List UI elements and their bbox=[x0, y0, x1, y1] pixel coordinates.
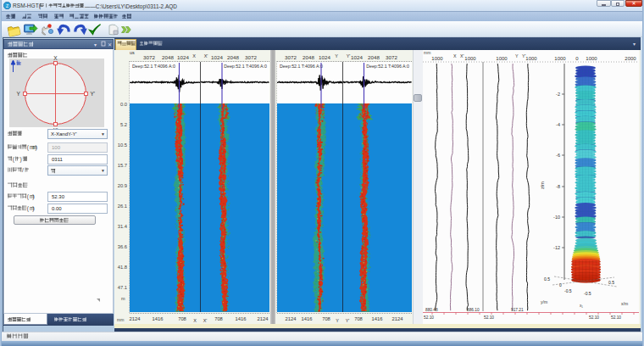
svg-text:41.8: 41.8 bbox=[118, 265, 127, 270]
svg-text:0.5: 0.5 bbox=[544, 276, 550, 282]
svg-text:5.2: 5.2 bbox=[120, 122, 127, 127]
svg-text:10.5: 10.5 bbox=[118, 142, 127, 148]
svg-text:52.10: 52.10 bbox=[611, 315, 621, 320]
svg-text:2048: 2048 bbox=[368, 54, 380, 60]
svg-text:1416: 1416 bbox=[302, 316, 313, 321]
svg-text:▾: ▾ bbox=[94, 42, 97, 47]
svg-text:X': X' bbox=[203, 318, 208, 323]
svg-text:886.10: 886.10 bbox=[467, 308, 480, 312]
svg-text:47.1: 47.1 bbox=[118, 285, 127, 290]
svg-text:880.48: 880.48 bbox=[425, 308, 438, 312]
svg-text:X': X' bbox=[204, 53, 208, 59]
svg-text:Deep:52.1 T:4096 A:0: Deep:52.1 T:4096 A:0 bbox=[224, 64, 267, 69]
svg-text:708: 708 bbox=[178, 316, 186, 321]
svg-text:-4: -4 bbox=[556, 122, 560, 127]
svg-text:-12: -12 bbox=[553, 245, 560, 250]
svg-text:): ) bbox=[32, 193, 34, 200]
svg-text:): ) bbox=[20, 156, 22, 163]
svg-text:-8: -8 bbox=[556, 184, 560, 189]
svg-text:52.10: 52.10 bbox=[484, 315, 494, 320]
svg-text:708: 708 bbox=[322, 316, 330, 321]
svg-text:0: 0 bbox=[559, 282, 562, 287]
svg-text:Y': Y' bbox=[91, 91, 96, 97]
svg-text:3072: 3072 bbox=[245, 54, 257, 60]
svg-text:): ) bbox=[36, 144, 37, 151]
svg-text:Deep:52.1 T:4096 A:0: Deep:52.1 T:4096 A:0 bbox=[366, 64, 409, 69]
svg-text:X: X bbox=[453, 53, 457, 59]
svg-text:1024: 1024 bbox=[211, 54, 223, 60]
svg-text:36.6: 36.6 bbox=[118, 244, 127, 249]
svg-text:Y': Y' bbox=[522, 53, 526, 59]
svg-text:): ) bbox=[32, 205, 34, 212]
svg-text:Y': Y' bbox=[346, 318, 350, 323]
svg-text:708: 708 bbox=[214, 316, 223, 321]
svg-text:708: 708 bbox=[354, 316, 363, 321]
svg-text:✕: ✕ bbox=[108, 42, 112, 47]
svg-text:(: ( bbox=[13, 156, 15, 163]
svg-text:1000: 1000 bbox=[496, 56, 508, 61]
svg-text:X: X bbox=[192, 53, 196, 59]
svg-text:-0.5: -0.5 bbox=[564, 288, 572, 293]
svg-text:1416: 1416 bbox=[153, 316, 164, 321]
svg-text:/: / bbox=[22, 167, 24, 173]
svg-text:31.4: 31.4 bbox=[118, 224, 128, 229]
svg-text:Y: Y bbox=[336, 318, 339, 323]
svg-text:3072: 3072 bbox=[386, 54, 397, 60]
svg-text:1024: 1024 bbox=[319, 54, 330, 60]
svg-text:X: X bbox=[53, 55, 58, 61]
svg-text:52.10: 52.10 bbox=[589, 315, 599, 320]
svg-text:0.0: 0.0 bbox=[120, 102, 127, 107]
svg-text:917.21: 917.21 bbox=[511, 308, 524, 312]
svg-text:2048: 2048 bbox=[303, 54, 314, 60]
svg-text:15.7: 15.7 bbox=[118, 163, 127, 168]
svg-text:2048: 2048 bbox=[227, 54, 239, 60]
svg-text:20.9: 20.9 bbox=[118, 183, 127, 188]
svg-text:1000: 1000 bbox=[464, 56, 476, 61]
svg-text:0.5: 0.5 bbox=[608, 280, 614, 285]
svg-text:1416: 1416 bbox=[372, 316, 383, 321]
svg-text:-0.5: -0.5 bbox=[584, 291, 591, 296]
svg-text:Y': Y' bbox=[347, 53, 351, 59]
svg-text:X': X' bbox=[460, 53, 464, 59]
svg-text:2124: 2124 bbox=[130, 316, 142, 321]
svg-text:-10: -10 bbox=[553, 215, 560, 220]
svg-text:▾: ▾ bbox=[633, 42, 636, 47]
svg-text:Y: Y bbox=[335, 53, 338, 59]
svg-text:Z: Z bbox=[6, 3, 8, 8]
svg-text:z/m: z/m bbox=[540, 181, 545, 189]
svg-text:2124: 2124 bbox=[258, 316, 269, 321]
svg-text:-6: -6 bbox=[556, 153, 560, 158]
svg-text:m: m bbox=[121, 296, 125, 301]
svg-text:1024: 1024 bbox=[351, 54, 363, 60]
svg-text:——C:\Users\LY\Desktop\0311-2.A: ——C:\Users\LY\Desktop\0311-2.AQD bbox=[85, 3, 177, 10]
svg-text:2124: 2124 bbox=[286, 316, 297, 321]
svg-text:3072: 3072 bbox=[285, 54, 297, 60]
svg-text:1000: 1000 bbox=[431, 56, 443, 61]
svg-text:2048: 2048 bbox=[162, 54, 174, 60]
svg-text:2124: 2124 bbox=[392, 316, 404, 321]
svg-text:26.1: 26.1 bbox=[118, 204, 127, 209]
svg-text:-2: -2 bbox=[556, 92, 560, 97]
svg-text:52.10: 52.10 bbox=[424, 315, 434, 320]
svg-text:Y: Y bbox=[515, 53, 519, 59]
svg-text:Y: Y bbox=[17, 91, 21, 97]
svg-text:Deep:52.1 T:4096 A:0: Deep:52.1 T:4096 A:0 bbox=[280, 64, 323, 69]
svg-text:1024: 1024 bbox=[177, 54, 189, 60]
svg-text:X: X bbox=[193, 318, 197, 323]
svg-text:mm: mm bbox=[424, 50, 430, 55]
svg-text:3072: 3072 bbox=[143, 54, 155, 60]
svg-text:Deep:52.1 T:4096 A:0: Deep:52.1 T:4096 A:0 bbox=[132, 64, 175, 69]
svg-text:1416: 1416 bbox=[236, 316, 247, 321]
